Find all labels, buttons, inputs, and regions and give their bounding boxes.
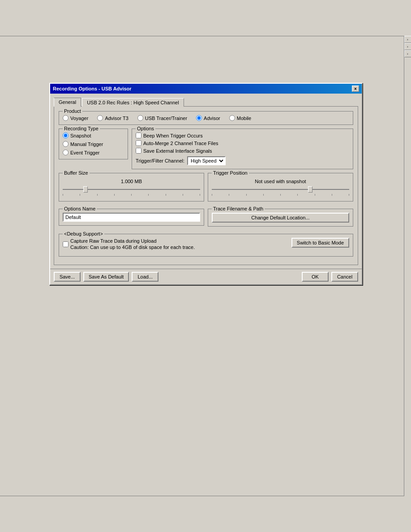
name-trace-row: Options Name Trace Filename & Path Chang…	[59, 209, 353, 230]
product-radio-row: Voyager Advisor T3 USB Tracer/Trainer	[63, 115, 349, 121]
recording-type-column: Recording Type Snapshot Manual Trigger	[59, 129, 128, 173]
dialog-window: Recording Options - USB Advisor × Genera…	[49, 83, 363, 285]
tick-2	[80, 194, 80, 196]
tick-5	[131, 194, 132, 196]
trigger-slider-ticks	[212, 194, 349, 196]
trace-filename-column: Trace Filename & Path Change Default Loc…	[208, 209, 353, 230]
debug-support-group: <Debug Support> Capture Raw Trace Data d…	[59, 234, 353, 257]
scrollbar-arrow-2[interactable]: ›	[404, 43, 411, 50]
product-voyager-radio[interactable]	[63, 115, 68, 121]
option-automerge-checkbox[interactable]	[136, 140, 141, 146]
top-divider	[0, 36, 411, 36]
product-group-label: Product	[63, 108, 82, 114]
trigger-position-value: Not used with snapshot	[212, 179, 349, 184]
product-usb-tracer-label: USB Tracer/Trainer	[145, 116, 187, 121]
product-advisor: Advisor	[196, 115, 220, 121]
dialog-body: General USB 2.0 Rec Rules : High Speed C…	[50, 94, 362, 269]
recording-snapshot: Snapshot	[63, 133, 124, 138]
recording-options-row: Recording Type Snapshot Manual Trigger	[59, 129, 353, 173]
recording-event: Event Trigger	[63, 150, 124, 155]
trace-filename-group: Trace Filename & Path Change Default Loc…	[208, 209, 353, 227]
recording-manual: Manual Trigger	[63, 141, 124, 147]
options-name-input[interactable]	[63, 213, 200, 222]
recording-snapshot-radio[interactable]	[63, 133, 68, 138]
buffer-size-group: Buffer Size 1.000 MB	[59, 173, 204, 202]
tab-general[interactable]: General	[54, 98, 81, 107]
options-name-label: Options Name	[63, 206, 97, 211]
trigger-position-group: Trigger Position Not used with snapshot	[208, 173, 353, 202]
trig-tick-1	[212, 194, 212, 196]
debug-capture-text-block: Capture Raw Trace Data during Upload Cau…	[70, 238, 195, 251]
product-usb-tracer-radio[interactable]	[137, 115, 143, 121]
trig-tick-5	[280, 194, 281, 196]
trig-tick-4	[263, 194, 264, 196]
product-mobile: Mobile	[229, 115, 251, 121]
recording-type-label: Recording Type	[63, 126, 100, 131]
option-save-external-label: Save External Interface Signals	[143, 148, 212, 154]
option-beep-checkbox[interactable]	[136, 133, 141, 138]
tick-7	[166, 194, 166, 196]
buffer-size-label: Buffer Size	[63, 170, 90, 176]
trigger-filter-label: Trigger/Filter Channel:	[136, 158, 184, 163]
trig-tick-2	[229, 194, 229, 196]
buffer-size-column: Buffer Size 1.000 MB	[59, 173, 204, 205]
recording-event-radio[interactable]	[63, 150, 68, 155]
debug-capture-note: Caution: Can use up to 4GB of disk space…	[70, 244, 195, 250]
trigger-position-column: Trigger Position Not used with snapshot	[208, 173, 353, 205]
tab-bar: General USB 2.0 Rec Rules : High Speed C…	[54, 97, 358, 106]
buffer-slider-line	[63, 189, 200, 190]
options-column: Options Beep When Trigger Occurs Auto-Me…	[132, 129, 353, 173]
trig-tick-3	[246, 194, 247, 196]
product-mobile-radio[interactable]	[229, 115, 235, 121]
scrollbar-arrow-1[interactable]: ›	[404, 36, 411, 43]
trig-tick-6	[297, 194, 298, 196]
tab-usb-rec-rules[interactable]: USB 2.0 Rec Rules : High Speed Channel	[82, 98, 184, 107]
trigger-filter-select[interactable]: High Speed Full Speed Low Speed	[187, 156, 226, 165]
option-automerge: Auto-Merge 2 Channel Trace Files	[136, 140, 349, 146]
product-usb-tracer: USB Tracer/Trainer	[137, 115, 187, 121]
ok-button[interactable]: OK	[302, 272, 329, 282]
tab-content-general: Product Voyager Advisor T3 USB Tracer	[54, 106, 358, 265]
debug-capture-checkbox[interactable]	[63, 241, 68, 247]
save-default-button[interactable]: Save As Default	[83, 272, 129, 282]
option-beep-label: Beep When Trigger Occurs	[143, 133, 203, 138]
recording-manual-label: Manual Trigger	[70, 142, 103, 147]
buffer-size-value: 1.000 MB	[63, 179, 200, 184]
trig-tick-8	[332, 194, 332, 196]
options-name-group: Options Name	[59, 209, 204, 226]
load-button[interactable]: Load...	[132, 272, 158, 282]
tick-8	[183, 194, 183, 196]
footer-left-buttons: Save... Save As Default Load...	[54, 272, 158, 282]
debug-capture-label: Capture Raw Trace Data during Upload	[70, 238, 195, 244]
scrollbar-arrow-3[interactable]: ›	[404, 50, 411, 57]
page-background: manualslib.com › › › Recording Options -…	[0, 0, 411, 532]
close-button[interactable]: ×	[352, 86, 359, 92]
product-advisor-radio[interactable]	[196, 115, 202, 121]
change-location-button[interactable]: Change Default Location...	[212, 213, 349, 223]
tick-6	[148, 194, 149, 196]
tick-3	[97, 194, 98, 196]
product-advisor-t3-radio[interactable]	[97, 115, 103, 121]
debug-support-label: <Debug Support>	[63, 231, 104, 236]
debug-capture-row: Capture Raw Trace Data during Upload Cau…	[63, 238, 195, 251]
trigger-slider-container: Not used with snapshot	[212, 177, 349, 197]
product-voyager-label: Voyager	[70, 116, 88, 121]
switch-basic-mode-button[interactable]: Switch to Basic Mode	[291, 238, 349, 248]
trigger-filter-row: Trigger/Filter Channel: High Speed Full …	[136, 156, 349, 165]
dialog-footer: Save... Save As Default Load... OK Cance…	[50, 269, 362, 284]
buffer-trigger-row: Buffer Size 1.000 MB	[59, 173, 353, 205]
option-save-external: Save External Interface Signals	[136, 148, 349, 154]
option-save-external-checkbox[interactable]	[136, 148, 141, 154]
tick-4	[114, 194, 115, 196]
cancel-button[interactable]: Cancel	[331, 272, 358, 282]
product-mobile-label: Mobile	[237, 116, 251, 121]
trace-filename-label: Trace Filename & Path	[212, 206, 265, 211]
save-button[interactable]: Save...	[54, 272, 81, 282]
buffer-slider-thumb[interactable]	[83, 186, 88, 193]
debug-checkbox-area: Capture Raw Trace Data during Upload Cau…	[63, 238, 195, 253]
recording-manual-radio[interactable]	[63, 141, 68, 147]
trigger-position-label: Trigger Position	[212, 170, 249, 176]
product-voyager: Voyager	[63, 115, 88, 121]
recording-event-label: Event Trigger	[70, 150, 99, 155]
trigger-slider-thumb[interactable]	[308, 186, 313, 193]
